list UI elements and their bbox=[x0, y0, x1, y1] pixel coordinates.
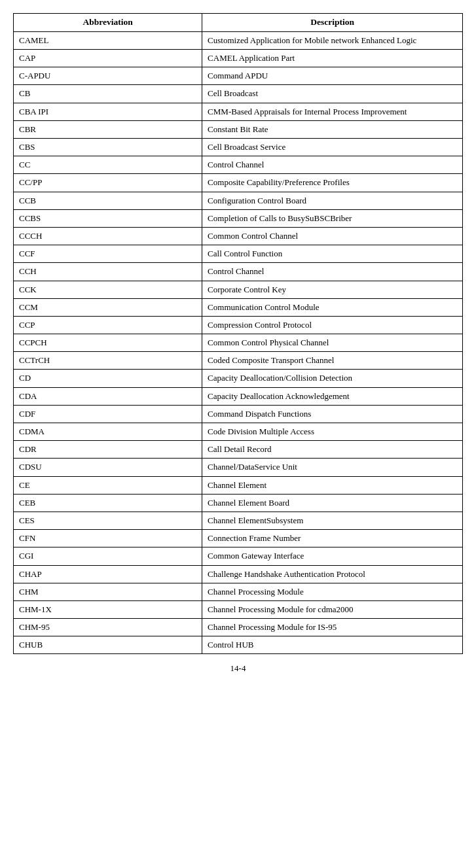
table-row: CDACapacity Deallocation Acknowledgement bbox=[14, 387, 463, 405]
cell-abbreviation: CCPCH bbox=[14, 334, 202, 352]
cell-description: Code Division Multiple Access bbox=[202, 423, 463, 441]
table-row: CCKCorporate Control Key bbox=[14, 281, 463, 298]
table-row: CCBSCompletion of Calls to BusySuBSCBrib… bbox=[14, 209, 463, 227]
cell-description: CMM-Based Appraisals for Internal Proces… bbox=[202, 103, 463, 120]
cell-description: Command Dispatch Functions bbox=[202, 405, 463, 423]
table-row: CBRConstant Bit Rate bbox=[14, 120, 463, 138]
cell-abbreviation: CCK bbox=[14, 281, 202, 298]
table-row: CHM-1XChannel Processing Module for cdma… bbox=[14, 600, 463, 618]
cell-abbreviation: CGI bbox=[14, 547, 202, 565]
cell-abbreviation: CDR bbox=[14, 441, 202, 459]
cell-description: Channel Processing Module for cdma2000 bbox=[202, 600, 463, 618]
table-row: CDRCall Detail Record bbox=[14, 441, 463, 459]
cell-description: Common Gateway Interface bbox=[202, 547, 463, 565]
cell-abbreviation: CHUB bbox=[14, 636, 202, 654]
cell-abbreviation: CCH bbox=[14, 263, 202, 281]
cell-abbreviation: CCCH bbox=[14, 227, 202, 245]
cell-abbreviation: CCTrCH bbox=[14, 352, 202, 370]
cell-abbreviation: CAMEL bbox=[14, 31, 202, 49]
cell-abbreviation: CCB bbox=[14, 192, 202, 209]
cell-description: Common Control Physical Channel bbox=[202, 334, 463, 352]
page-container: Abbreviation Description CAMELCustomized… bbox=[13, 13, 463, 674]
page-number: 14-4 bbox=[230, 663, 246, 673]
table-row: CFNConnection Frame Number bbox=[14, 530, 463, 547]
cell-abbreviation: C-APDU bbox=[14, 67, 202, 85]
cell-abbreviation: CHAP bbox=[14, 565, 202, 583]
cell-description: Constant Bit Rate bbox=[202, 120, 463, 138]
cell-description: Channel Processing Module for IS-95 bbox=[202, 619, 463, 636]
cell-description: Channel Element bbox=[202, 476, 463, 494]
table-row: CHM-95Channel Processing Module for IS-9… bbox=[14, 619, 463, 636]
cell-description: Call Detail Record bbox=[202, 441, 463, 459]
table-row: CEBChannel Element Board bbox=[14, 494, 463, 512]
cell-description: Completion of Calls to BusySuBSCBriber bbox=[202, 209, 463, 227]
table-row: CHAPChallenge Handshake Authentication P… bbox=[14, 565, 463, 583]
cell-abbreviation: CDF bbox=[14, 405, 202, 423]
table-row: CHMChannel Processing Module bbox=[14, 583, 463, 600]
cell-description: Compression Control Protocol bbox=[202, 316, 463, 334]
cell-abbreviation: CBS bbox=[14, 139, 202, 156]
cell-description: Connection Frame Number bbox=[202, 530, 463, 547]
cell-description: Channel/DataService Unit bbox=[202, 459, 463, 476]
table-row: CDMACode Division Multiple Access bbox=[14, 423, 463, 441]
cell-abbreviation: CCBS bbox=[14, 209, 202, 227]
cell-abbreviation: CES bbox=[14, 512, 202, 529]
cell-description: Customized Application for Mobile networ… bbox=[202, 31, 463, 49]
abbreviation-table: Abbreviation Description CAMELCustomized… bbox=[13, 13, 463, 654]
cell-description: Communication Control Module bbox=[202, 298, 463, 316]
table-row: CCHControl Channel bbox=[14, 263, 463, 281]
table-row: CCControl Channel bbox=[14, 156, 463, 174]
cell-abbreviation: CEB bbox=[14, 494, 202, 512]
cell-description: Channel Element Board bbox=[202, 494, 463, 512]
cell-abbreviation: CHM-1X bbox=[14, 600, 202, 618]
cell-description: Cell Broadcast Service bbox=[202, 139, 463, 156]
cell-abbreviation: CDA bbox=[14, 387, 202, 405]
cell-description: Channel ElementSubsystem bbox=[202, 512, 463, 529]
cell-description: Channel Processing Module bbox=[202, 583, 463, 600]
cell-abbreviation: CBA IPI bbox=[14, 103, 202, 120]
cell-description: Cell Broadcast bbox=[202, 85, 463, 103]
cell-description: Capacity Deallocation Acknowledgement bbox=[202, 387, 463, 405]
cell-description: CAMEL Application Part bbox=[202, 50, 463, 67]
cell-description: Configuration Control Board bbox=[202, 192, 463, 209]
page-footer: 14-4 bbox=[13, 663, 463, 674]
cell-description: Coded Composite Transport Channel bbox=[202, 352, 463, 370]
table-row: C-APDUCommand APDU bbox=[14, 67, 463, 85]
table-row: CAPCAMEL Application Part bbox=[14, 50, 463, 67]
cell-abbreviation: CCF bbox=[14, 245, 202, 263]
table-row: CAMELCustomized Application for Mobile n… bbox=[14, 31, 463, 49]
cell-abbreviation: CFN bbox=[14, 530, 202, 547]
cell-abbreviation: CE bbox=[14, 476, 202, 494]
cell-description: Call Control Function bbox=[202, 245, 463, 263]
cell-abbreviation: CDSU bbox=[14, 459, 202, 476]
cell-description: Control HUB bbox=[202, 636, 463, 654]
table-row: CDFCommand Dispatch Functions bbox=[14, 405, 463, 423]
cell-abbreviation: CB bbox=[14, 85, 202, 103]
table-row: CDCapacity Deallocation/Collision Detect… bbox=[14, 370, 463, 387]
cell-description: Common Control Channel bbox=[202, 227, 463, 245]
table-row: CCTrCHCoded Composite Transport Channel bbox=[14, 352, 463, 370]
cell-description: Control Channel bbox=[202, 156, 463, 174]
table-row: CBA IPICMM-Based Appraisals for Internal… bbox=[14, 103, 463, 120]
table-row: CESChannel ElementSubsystem bbox=[14, 512, 463, 529]
cell-abbreviation: CAP bbox=[14, 50, 202, 67]
cell-description: Command APDU bbox=[202, 67, 463, 85]
table-row: CCPCompression Control Protocol bbox=[14, 316, 463, 334]
cell-abbreviation: CC/PP bbox=[14, 174, 202, 192]
col-description: Description bbox=[202, 14, 463, 32]
table-row: CGICommon Gateway Interface bbox=[14, 547, 463, 565]
table-row: CBSCell Broadcast Service bbox=[14, 139, 463, 156]
table-row: CCFCall Control Function bbox=[14, 245, 463, 263]
table-row: CHUBControl HUB bbox=[14, 636, 463, 654]
table-row: CCPCHCommon Control Physical Channel bbox=[14, 334, 463, 352]
table-row: CCMCommunication Control Module bbox=[14, 298, 463, 316]
table-row: CDSUChannel/DataService Unit bbox=[14, 459, 463, 476]
cell-abbreviation: CDMA bbox=[14, 423, 202, 441]
col-abbreviation: Abbreviation bbox=[14, 14, 202, 32]
table-row: CCCHCommon Control Channel bbox=[14, 227, 463, 245]
cell-abbreviation: CCM bbox=[14, 298, 202, 316]
cell-description: Corporate Control Key bbox=[202, 281, 463, 298]
cell-description: Capacity Deallocation/Collision Detectio… bbox=[202, 370, 463, 387]
table-row: CBCell Broadcast bbox=[14, 85, 463, 103]
cell-description: Control Channel bbox=[202, 263, 463, 281]
